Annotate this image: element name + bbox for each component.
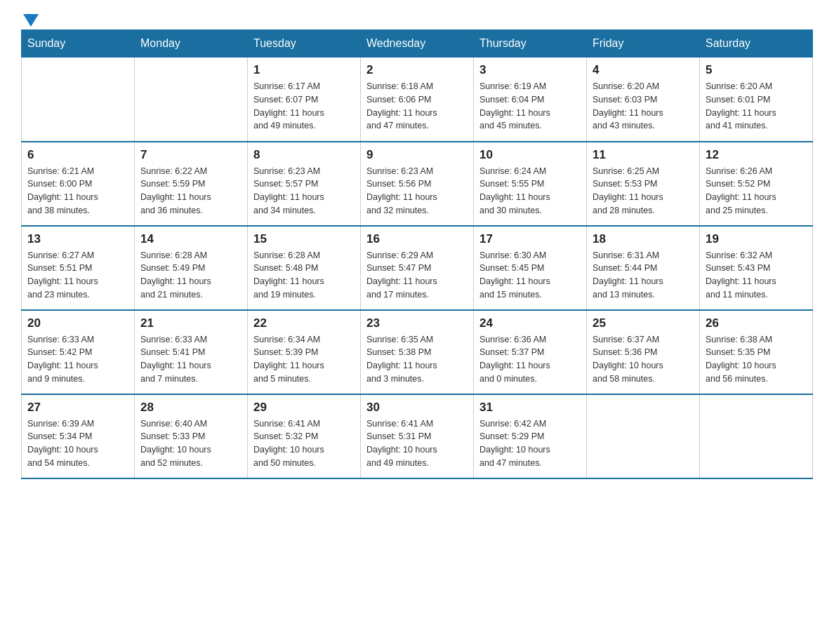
- calendar-week-row-1: 1Sunrise: 6:17 AM Sunset: 6:07 PM Daylig…: [22, 58, 813, 142]
- day-number: 25: [593, 316, 694, 330]
- col-wednesday: Wednesday: [361, 30, 474, 58]
- calendar-cell: 7Sunrise: 6:22 AM Sunset: 5:59 PM Daylig…: [135, 142, 248, 226]
- day-info: Sunrise: 6:40 AM Sunset: 5:33 PM Dayligh…: [140, 417, 241, 470]
- calendar-cell: 13Sunrise: 6:27 AM Sunset: 5:51 PM Dayli…: [22, 226, 135, 310]
- day-number: 15: [253, 232, 355, 246]
- day-number: 7: [140, 148, 241, 162]
- calendar-cell: 17Sunrise: 6:30 AM Sunset: 5:45 PM Dayli…: [474, 226, 587, 310]
- calendar-cell: 18Sunrise: 6:31 AM Sunset: 5:44 PM Dayli…: [587, 226, 700, 310]
- calendar-cell: [22, 58, 135, 142]
- col-monday: Monday: [135, 30, 248, 58]
- day-number: 19: [706, 232, 807, 246]
- calendar-cell: 25Sunrise: 6:37 AM Sunset: 5:36 PM Dayli…: [587, 310, 700, 394]
- day-info: Sunrise: 6:33 AM Sunset: 5:42 PM Dayligh…: [27, 333, 128, 386]
- calendar-cell: 2Sunrise: 6:18 AM Sunset: 6:06 PM Daylig…: [361, 58, 474, 142]
- day-number: 31: [479, 401, 581, 415]
- day-info: Sunrise: 6:29 AM Sunset: 5:47 PM Dayligh…: [366, 249, 468, 302]
- day-number: 30: [366, 401, 468, 415]
- day-number: 16: [366, 232, 468, 246]
- day-number: 28: [140, 401, 241, 415]
- calendar-cell: 27Sunrise: 6:39 AM Sunset: 5:34 PM Dayli…: [22, 394, 135, 478]
- calendar-cell: 10Sunrise: 6:24 AM Sunset: 5:55 PM Dayli…: [474, 142, 587, 226]
- calendar-cell: 6Sunrise: 6:21 AM Sunset: 6:00 PM Daylig…: [22, 142, 135, 226]
- calendar-cell: 23Sunrise: 6:35 AM Sunset: 5:38 PM Dayli…: [361, 310, 474, 394]
- day-info: Sunrise: 6:41 AM Sunset: 5:31 PM Dayligh…: [366, 417, 468, 470]
- day-info: Sunrise: 6:19 AM Sunset: 6:04 PM Dayligh…: [479, 80, 581, 133]
- day-number: 3: [479, 63, 581, 77]
- calendar-cell: [135, 58, 248, 142]
- col-friday: Friday: [587, 30, 700, 58]
- day-info: Sunrise: 6:26 AM Sunset: 5:52 PM Dayligh…: [706, 165, 807, 217]
- day-info: Sunrise: 6:24 AM Sunset: 5:55 PM Dayligh…: [479, 165, 581, 217]
- day-number: 5: [706, 63, 807, 77]
- calendar-week-row-5: 27Sunrise: 6:39 AM Sunset: 5:34 PM Dayli…: [22, 394, 813, 478]
- day-number: 21: [140, 316, 241, 330]
- day-info: Sunrise: 6:17 AM Sunset: 6:07 PM Dayligh…: [253, 80, 355, 133]
- day-number: 24: [479, 316, 581, 330]
- day-info: Sunrise: 6:28 AM Sunset: 5:48 PM Dayligh…: [253, 249, 355, 302]
- day-number: 1: [253, 63, 355, 77]
- day-info: Sunrise: 6:27 AM Sunset: 5:51 PM Dayligh…: [27, 249, 128, 302]
- day-info: Sunrise: 6:23 AM Sunset: 5:56 PM Dayligh…: [366, 165, 468, 217]
- day-info: Sunrise: 6:42 AM Sunset: 5:29 PM Dayligh…: [479, 417, 581, 470]
- calendar-table: Sunday Monday Tuesday Wednesday Thursday…: [21, 29, 813, 479]
- day-info: Sunrise: 6:34 AM Sunset: 5:39 PM Dayligh…: [253, 333, 355, 386]
- calendar-header-row: Sunday Monday Tuesday Wednesday Thursday…: [22, 30, 813, 58]
- day-number: 6: [27, 148, 128, 162]
- calendar-cell: 12Sunrise: 6:26 AM Sunset: 5:52 PM Dayli…: [700, 142, 813, 226]
- day-info: Sunrise: 6:38 AM Sunset: 5:35 PM Dayligh…: [706, 333, 807, 386]
- calendar-cell: 11Sunrise: 6:25 AM Sunset: 5:53 PM Dayli…: [587, 142, 700, 226]
- day-number: 27: [27, 401, 128, 415]
- calendar-cell: 16Sunrise: 6:29 AM Sunset: 5:47 PM Dayli…: [361, 226, 474, 310]
- calendar-cell: 26Sunrise: 6:38 AM Sunset: 5:35 PM Dayli…: [700, 310, 813, 394]
- day-info: Sunrise: 6:21 AM Sunset: 6:00 PM Dayligh…: [27, 165, 128, 217]
- svg-marker-0: [23, 14, 39, 27]
- day-number: 23: [366, 316, 468, 330]
- day-info: Sunrise: 6:39 AM Sunset: 5:34 PM Dayligh…: [27, 417, 128, 470]
- day-info: Sunrise: 6:36 AM Sunset: 5:37 PM Dayligh…: [479, 333, 581, 386]
- day-number: 18: [593, 232, 694, 246]
- calendar-cell: 22Sunrise: 6:34 AM Sunset: 5:39 PM Dayli…: [248, 310, 361, 394]
- day-number: 11: [593, 148, 694, 162]
- col-tuesday: Tuesday: [248, 30, 361, 58]
- logo-triangle-icon: [23, 14, 39, 29]
- col-thursday: Thursday: [474, 30, 587, 58]
- day-info: Sunrise: 6:37 AM Sunset: 5:36 PM Dayligh…: [593, 333, 694, 386]
- day-number: 10: [479, 148, 581, 162]
- day-info: Sunrise: 6:30 AM Sunset: 5:45 PM Dayligh…: [479, 249, 581, 302]
- calendar-cell: 20Sunrise: 6:33 AM Sunset: 5:42 PM Dayli…: [22, 310, 135, 394]
- calendar-cell: 5Sunrise: 6:20 AM Sunset: 6:01 PM Daylig…: [700, 58, 813, 142]
- calendar-cell: 28Sunrise: 6:40 AM Sunset: 5:33 PM Dayli…: [135, 394, 248, 478]
- day-number: 22: [253, 316, 355, 330]
- day-number: 12: [706, 148, 807, 162]
- day-info: Sunrise: 6:32 AM Sunset: 5:43 PM Dayligh…: [706, 249, 807, 302]
- calendar-cell: 8Sunrise: 6:23 AM Sunset: 5:57 PM Daylig…: [248, 142, 361, 226]
- day-info: Sunrise: 6:41 AM Sunset: 5:32 PM Dayligh…: [253, 417, 355, 470]
- calendar-cell: 21Sunrise: 6:33 AM Sunset: 5:41 PM Dayli…: [135, 310, 248, 394]
- calendar-cell: 1Sunrise: 6:17 AM Sunset: 6:07 PM Daylig…: [248, 58, 361, 142]
- day-number: 8: [253, 148, 355, 162]
- calendar-cell: 19Sunrise: 6:32 AM Sunset: 5:43 PM Dayli…: [700, 226, 813, 310]
- logo: [21, 14, 39, 22]
- day-info: Sunrise: 6:22 AM Sunset: 5:59 PM Dayligh…: [140, 165, 241, 217]
- calendar-cell: 24Sunrise: 6:36 AM Sunset: 5:37 PM Dayli…: [474, 310, 587, 394]
- calendar-cell: 3Sunrise: 6:19 AM Sunset: 6:04 PM Daylig…: [474, 58, 587, 142]
- day-number: 26: [706, 316, 807, 330]
- day-info: Sunrise: 6:23 AM Sunset: 5:57 PM Dayligh…: [253, 165, 355, 217]
- day-info: Sunrise: 6:31 AM Sunset: 5:44 PM Dayligh…: [593, 249, 694, 302]
- day-number: 4: [593, 63, 694, 77]
- calendar-cell: 29Sunrise: 6:41 AM Sunset: 5:32 PM Dayli…: [248, 394, 361, 478]
- day-info: Sunrise: 6:20 AM Sunset: 6:03 PM Dayligh…: [593, 80, 694, 133]
- day-info: Sunrise: 6:33 AM Sunset: 5:41 PM Dayligh…: [140, 333, 241, 386]
- col-sunday: Sunday: [22, 30, 135, 58]
- day-number: 17: [479, 232, 581, 246]
- day-number: 13: [27, 232, 128, 246]
- calendar-cell: 31Sunrise: 6:42 AM Sunset: 5:29 PM Dayli…: [474, 394, 587, 478]
- day-number: 9: [366, 148, 468, 162]
- calendar-week-row-3: 13Sunrise: 6:27 AM Sunset: 5:51 PM Dayli…: [22, 226, 813, 310]
- calendar-cell: 14Sunrise: 6:28 AM Sunset: 5:49 PM Dayli…: [135, 226, 248, 310]
- day-info: Sunrise: 6:25 AM Sunset: 5:53 PM Dayligh…: [593, 165, 694, 217]
- day-info: Sunrise: 6:28 AM Sunset: 5:49 PM Dayligh…: [140, 249, 241, 302]
- day-number: 2: [366, 63, 468, 77]
- calendar-week-row-4: 20Sunrise: 6:33 AM Sunset: 5:42 PM Dayli…: [22, 310, 813, 394]
